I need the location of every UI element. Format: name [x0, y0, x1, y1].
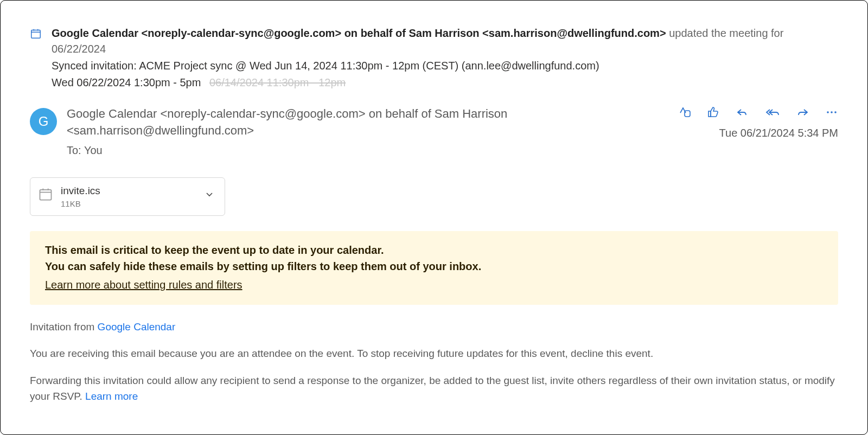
header-actions: Tue 06/21/2024 5:34 PM [679, 106, 838, 141]
action-row [679, 106, 838, 119]
info-banner: This email is critical to keep the event… [30, 231, 838, 305]
summary-subject: Synced invitation: ACME Project sync @ W… [52, 58, 838, 74]
learn-more-link[interactable]: Learn more [85, 391, 138, 402]
summary-sender-line: Google Calendar <noreply-calendar-sync@g… [52, 25, 838, 57]
reply-all-icon[interactable] [764, 106, 781, 119]
summary-sender: Google Calendar <noreply-calendar-sync@g… [52, 27, 666, 39]
svg-rect-5 [709, 111, 711, 117]
attachment-text: invite.ics 11KB [61, 183, 100, 210]
avatar: G [30, 108, 57, 135]
attachment-chip[interactable]: invite.ics 11KB [30, 177, 225, 216]
avatar-initial: G [39, 112, 49, 131]
message-header: G Google Calendar <noreply-calendar-sync… [30, 106, 838, 158]
svg-point-7 [831, 111, 833, 113]
calendar-icon [30, 28, 42, 91]
banner-line2: You can safely hide these emails by sett… [45, 258, 823, 274]
forwarding-text: Forwarding this invitation could allow a… [30, 375, 835, 402]
banner-learn-link[interactable]: Learn more about setting rules and filte… [45, 277, 242, 293]
forwarding-warning: Forwarding this invitation could allow a… [30, 373, 838, 405]
received-timestamp: Tue 06/21/2024 5:34 PM [719, 125, 838, 141]
email-body: Invitation from Google Calendar You are … [30, 319, 838, 405]
calendar-file-icon [38, 187, 53, 206]
email-reading-pane: Google Calendar <noreply-calendar-sync@g… [0, 0, 868, 435]
forward-icon[interactable] [796, 106, 810, 119]
to-line: To: You [67, 143, 669, 158]
chevron-down-icon[interactable] [204, 189, 215, 204]
banner-line1: This email is critical to keep the event… [45, 242, 823, 258]
summary-new-time: Wed 06/22/2024 1:30pm - 5pm [52, 76, 201, 88]
svg-point-8 [834, 111, 837, 113]
more-actions-icon[interactable] [825, 106, 838, 119]
attachment-size: 11KB [61, 198, 100, 210]
from-block: Google Calendar <noreply-calendar-sync@g… [67, 106, 669, 158]
from-line: Google Calendar <noreply-calendar-sync@g… [67, 106, 669, 139]
meeting-update-summary: Google Calendar <noreply-calendar-sync@g… [30, 25, 838, 91]
translate-icon[interactable] [679, 106, 692, 119]
attachment-filename: invite.ics [61, 183, 100, 199]
svg-rect-9 [40, 190, 52, 200]
svg-point-6 [827, 111, 829, 113]
summary-text: Google Calendar <noreply-calendar-sync@g… [52, 25, 838, 91]
thumbs-up-icon[interactable] [707, 106, 720, 119]
reply-icon[interactable] [735, 106, 749, 119]
summary-time-change: Wed 06/22/2024 1:30pm - 5pm 06/14/2024 1… [52, 75, 838, 91]
invitation-source-line: Invitation from Google Calendar [30, 319, 838, 335]
summary-old-time: 06/14/2024 11:30pm - 12pm [209, 76, 346, 88]
svg-rect-0 [31, 30, 41, 39]
invitation-prefix: Invitation from [30, 321, 98, 332]
google-calendar-link[interactable]: Google Calendar [98, 321, 176, 332]
receiving-reason: You are receiving this email because you… [30, 346, 838, 361]
